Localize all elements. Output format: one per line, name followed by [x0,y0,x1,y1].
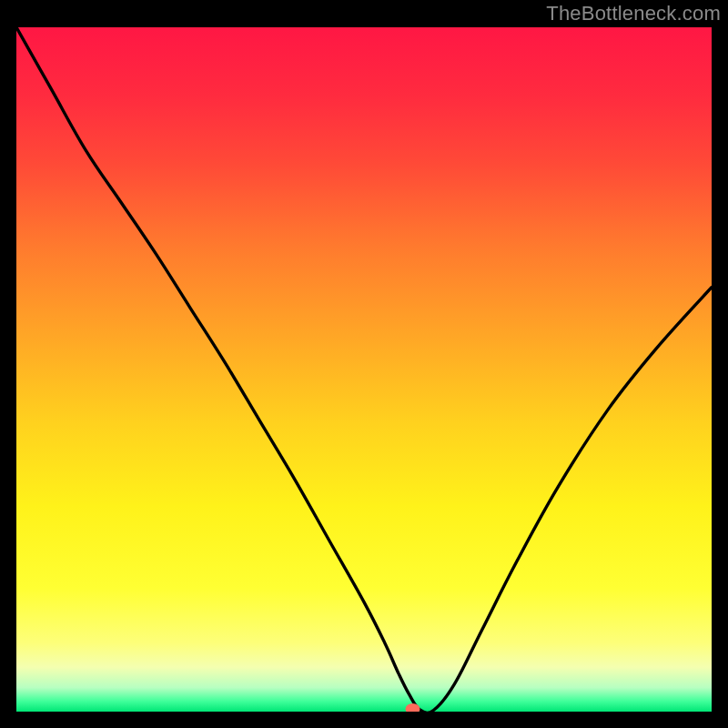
plot-area [16,27,712,712]
chart-frame: TheBottleneck.com [0,0,728,728]
bottleneck-chart-svg [16,27,712,712]
gradient-background [16,27,712,712]
watermark-label: TheBottleneck.com [546,2,721,25]
